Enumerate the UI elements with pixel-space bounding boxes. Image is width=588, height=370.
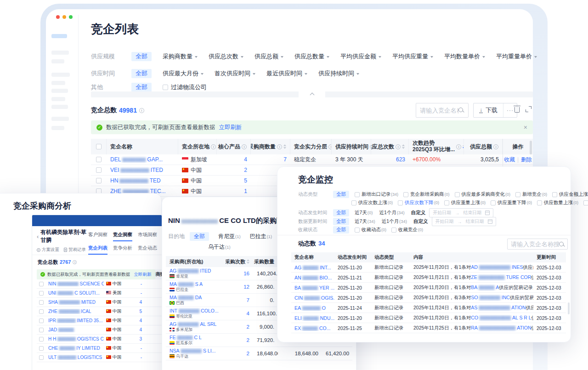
monitor-row[interactable]: EA███████O 2025-11-24 新增出口记录 2025年11月24日… [291,303,566,313]
collapse-tab[interactable] [299,91,325,97]
row-checkbox[interactable] [96,167,102,173]
checkbox-icon[interactable] [552,192,557,197]
filter-all-chip[interactable]: 全部 [333,191,349,198]
target-company-link[interactable]: AS████████████ATION [471,305,526,310]
type-option-checkbox[interactable]: 供应金额上涨(0) [552,191,588,198]
checkbox-icon[interactable] [515,192,520,197]
type-option-checkbox[interactable]: 供应重量下降(0) [491,199,532,206]
col-supply-duration[interactable]: 供应持续时间i [332,139,371,154]
core-product-count[interactable]: 3 [139,336,142,342]
target-company-link[interactable]: RA██████████████ATION [471,325,531,330]
search-input[interactable] [511,241,559,248]
core-product-count[interactable]: 5 [139,309,142,314]
sidebar-item[interactable] [51,59,64,63]
competitor-name-link[interactable]: HN███████████TED [110,177,161,184]
row-checkbox[interactable] [96,178,102,183]
destination-option[interactable]: 肯尼亚(1) [218,233,241,240]
purchase-times[interactable]: 2 [247,351,249,356]
row-checkbox[interactable] [39,300,44,305]
analysis-row[interactable]: H H███████OGISTICS C... 中国 3 [37,335,162,344]
table-scrollbar[interactable] [530,141,532,154]
filter-dropdown[interactable]: 首次供应时间 [215,69,255,78]
checkbox-icon[interactable] [455,192,460,197]
competitor-name-link[interactable]: AN██████BIO... [294,275,332,280]
row-checkbox[interactable] [96,157,102,162]
col-location[interactable]: 竞企所在地i [178,139,217,154]
row-checkbox[interactable] [39,355,44,360]
competitor-name-link[interactable]: JAD██████ [48,327,75,332]
sort-icon[interactable] [402,144,405,149]
checkbox-icon[interactable] [355,192,360,197]
checkbox-icon[interactable] [398,200,403,205]
scheme-settings-button[interactable]: 方案设置 [37,247,59,253]
info-icon[interactable]: i [456,144,461,149]
type-option-checkbox[interactable]: 新增出口记录(34) [355,191,398,198]
core-product-count[interactable]: 5 [244,177,247,184]
buyer-row[interactable]: NSA████████S LI... 乌干达 2 18,648.00 18,64… [166,347,352,360]
competitor-name-link[interactable]: EA███████O [294,305,326,311]
type-option-checkbox[interactable]: 供应重量上涨(0) [444,199,486,206]
last-7-days-option[interactable]: 近7天(0) [355,210,373,216]
purchase-times[interactable]: 4 [247,311,249,316]
delete-link[interactable]: 删除 [521,156,532,164]
competitor-name-link[interactable]: UNI██████C SOLUTI... [48,290,100,296]
core-product-count[interactable]: - [141,290,142,296]
core-product-count[interactable]: - [141,281,142,286]
analysis-row[interactable]: SHA████████MITED 中国 4 [37,298,162,307]
checkbox-icon[interactable] [163,85,168,90]
competitor-name-link[interactable]: IPR███████IMITED 35... [48,318,102,323]
competitor-name-link[interactable]: ULT███████LOGISTICS ... [48,355,104,360]
window-controls[interactable] [56,15,73,19]
close-banner-icon[interactable]: × [524,124,527,131]
trade-records-button[interactable]: 贸易记录 [64,247,86,253]
col-supply-times[interactable]: 供应总次数i [371,139,409,154]
info-icon[interactable]: i [73,260,77,264]
row-checkbox[interactable] [39,319,44,323]
row-checkbox[interactable] [39,337,44,342]
sidebar-item[interactable] [51,97,65,101]
competitor-name-link[interactable]: H H███████OGISTICS C... [48,336,104,342]
last-month-option[interactable]: 近1个月(34) [379,210,404,216]
info-icon[interactable]: i [242,144,247,149]
purchase-times[interactable]: 2 [247,324,249,330]
type-option-checkbox[interactable]: 新增竞企(0) [515,191,547,198]
filter-all-chip[interactable]: 全部 [131,52,152,61]
monitor-row[interactable]: CIN██████OGIS... 2025-11-20 新增出口记录 2025年… [291,293,566,303]
monitor-row[interactable]: EX██████CO... 2025-11-25 新增出口记录 2025年11月… [291,323,566,333]
buyer-name-link[interactable]: INT████████COLO... [170,308,219,313]
analysis-row[interactable]: ZHE████████ICAL 中国 5 [37,307,162,316]
col-supply-amount[interactable]: 供应总额i [464,139,503,154]
col-name[interactable]: 竞企名称 [107,139,178,154]
core-product-count[interactable]: 4 [139,318,142,323]
monitor-row[interactable]: AG██████INT... 2025-11-20 新增出口记录 2025年11… [291,262,566,273]
insight-tab[interactable]: 客户洞察 [88,232,107,241]
competitor-subtab[interactable]: 竞企列表 [88,245,107,255]
type-option-checkbox[interactable]: 竞企新增采购商(0) [403,191,450,198]
filter-dropdown[interactable]: 采购商数量 [163,52,198,61]
supply-times[interactable]: 623 [396,156,405,163]
monitor-search[interactable] [507,239,568,250]
core-product-count[interactable]: 4 [139,327,142,332]
row-checkbox[interactable] [39,328,44,332]
type-option-checkbox[interactable]: 供应次数上涨(0) [351,199,393,206]
competitor-name-link[interactable]: VEI███████████ITED [110,167,163,173]
filter-dropdown[interactable]: 平均供应重量 [392,52,433,61]
analysis-row[interactable]: IPR███████IMITED 35... 中国 4 [37,316,162,325]
competitor-name-link[interactable]: AG██████INT... [294,265,331,270]
sidebar-item[interactable] [51,89,68,93]
monitor-scrollbar[interactable] [568,302,570,314]
calendar-icon[interactable] [485,211,490,215]
info-icon[interactable]: i [277,144,282,149]
insight-tab[interactable]: 市场洞察 [138,232,157,241]
purchase-times[interactable]: 7 [247,297,249,303]
info-icon[interactable]: i [396,144,401,149]
buyer-name-link[interactable]: NSA████████S LI... [170,348,215,353]
competitor-name-link[interactable]: EX██████CO... [294,325,331,331]
core-product-count[interactable]: 2 [244,167,247,173]
buyer-name-link[interactable]: MA██████DA [170,295,202,300]
target-company-link[interactable]: CO████████████AL S R L [471,315,531,320]
filter-dropdown[interactable]: 供应持续时间 [318,69,359,78]
filter-collapse-bar[interactable] [91,91,533,97]
custom-range-label[interactable]: 自定义 [413,218,428,225]
sidebar-item[interactable] [51,81,65,85]
